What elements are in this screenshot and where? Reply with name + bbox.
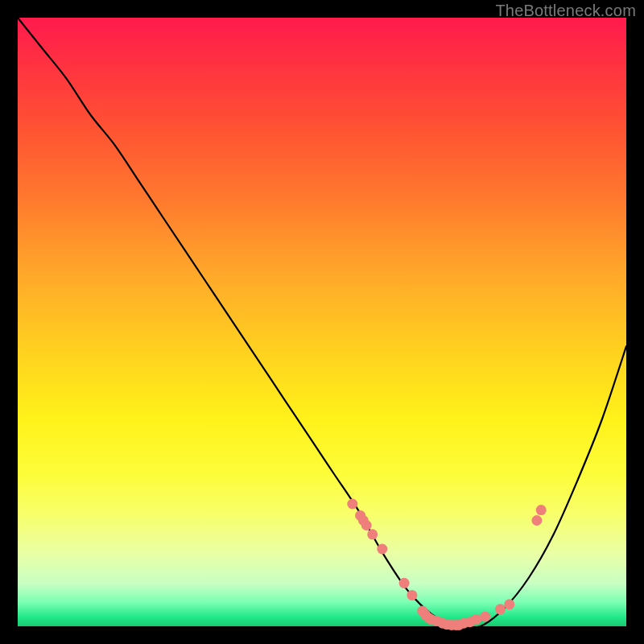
curve-marker-dot <box>399 578 410 588</box>
curve-marker-dot <box>471 614 481 625</box>
curve-marker-dot <box>480 611 490 621</box>
curve-marker-dot <box>407 590 417 601</box>
curve-marker-dot <box>504 599 514 609</box>
watermark-text: TheBottleneck.com <box>495 2 636 20</box>
curve-marker-dot <box>377 544 387 555</box>
bottleneck-curve <box>18 18 626 628</box>
curve-marker-dot <box>531 515 542 526</box>
bottleneck-curve-plot <box>18 18 626 626</box>
curve-marker-dot <box>367 529 378 539</box>
curve-marker-dot <box>536 505 547 515</box>
curve-marker-dot <box>495 604 506 614</box>
curve-marker-dot <box>361 520 372 530</box>
curve-marker-dot <box>347 499 357 510</box>
curve-markers <box>347 499 546 631</box>
chart-area <box>18 18 626 626</box>
